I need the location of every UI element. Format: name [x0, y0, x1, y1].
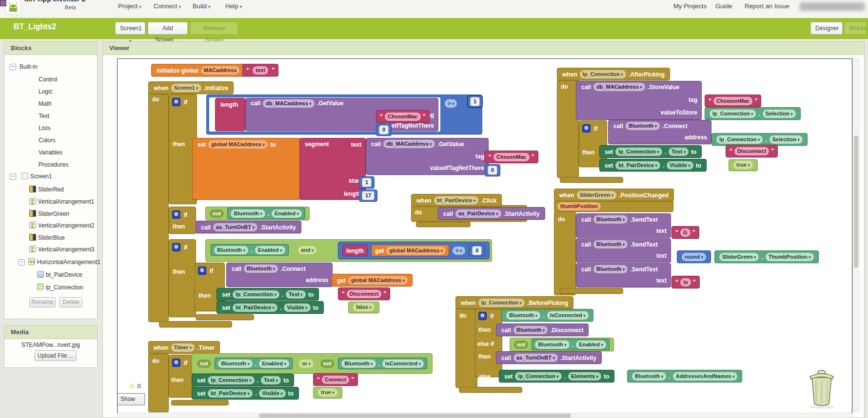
property-dropdown[interactable]: AddressesAndNames	[673, 372, 738, 380]
block-when-lp-afterpicking-header[interactable]: whenlp_Connection.AfterPicking	[557, 68, 670, 80]
block-segment-text[interactable]: segment text start length	[299, 138, 366, 200]
block-tail[interactable]	[171, 400, 229, 405]
property-dropdown[interactable]: Visible	[667, 161, 693, 170]
block-number-0[interactable]: 0	[376, 124, 392, 136]
screen-selector-button[interactable]: Screen1	[115, 22, 145, 35]
property-dropdown[interactable]: Enabled	[576, 341, 606, 349]
block-length[interactable]: length	[215, 98, 245, 131]
component-dropdown[interactable]: db_MACaddress	[383, 140, 435, 148]
block-call-sendtext-2[interactable]: callBluetooth.SendText text	[576, 238, 671, 263]
event-param-chip[interactable]: thumbPosition	[557, 202, 601, 210]
property-dropdown[interactable]: Enabled	[272, 209, 302, 218]
show-warnings-button[interactable]: Show	[117, 393, 145, 405]
property-dropdown[interactable]: Visible	[259, 389, 285, 398]
palette-item-text[interactable]: Text	[39, 111, 49, 121]
block-set-btpd-visible-3[interactable]: setbt_PairDevice.Visibleto	[192, 387, 299, 399]
block-call-bluetooth-connect-2[interactable]: callBluetooth.Connect address	[608, 120, 711, 144]
tree-item-builtin[interactable]: Built-in	[20, 62, 38, 72]
trash-can-icon[interactable]	[804, 365, 839, 412]
component-dropdown[interactable]: lp_Connection	[580, 70, 626, 78]
mutator-gear-icon[interactable]: ⚙	[172, 359, 180, 367]
block-when-screen1-initialize-body[interactable]	[148, 92, 169, 322]
component-dropdown[interactable]: Bluetooth	[632, 372, 666, 380]
component-dropdown[interactable]: lp_Connection	[233, 290, 279, 299]
tree-item-bt-pairdevice[interactable]: bt_PairDevice	[46, 270, 82, 280]
horizontalarrangement1-expander-icon[interactable]	[19, 259, 25, 266]
block-call-turnonbt-2[interactable]: callas_TurnOnBT.StartActivity	[496, 351, 602, 364]
component-dropdown[interactable]: db_MACaddress	[263, 99, 315, 108]
link-guide[interactable]: Guide	[715, 2, 732, 10]
component-dropdown[interactable]: Bluetooth	[341, 360, 375, 368]
component-dropdown[interactable]: bt_PairDevice	[434, 196, 479, 205]
block-set-lp-text-3[interactable]: setlp_Connection.Textto	[192, 374, 294, 386]
property-dropdown[interactable]: IsConnected	[382, 360, 424, 368]
block-when-slidergreen-body[interactable]	[554, 211, 576, 295]
block-call-db-getvalue-2[interactable]: calldb_MACaddress.GetValue tag valueIfTa…	[366, 138, 489, 175]
component-dropdown[interactable]: Bluetooth	[513, 326, 548, 334]
component-dropdown[interactable]: Bluetooth	[593, 215, 628, 224]
variable-name-chip[interactable]: MACaddress	[201, 66, 239, 75]
logic-operator-dropdown[interactable]: and	[298, 246, 317, 254]
block-bt-isconnected-1[interactable]: Bluetooth.IsConnected	[501, 309, 593, 322]
menu-help[interactable]: Help	[225, 2, 242, 10]
palette-item-procedures[interactable]: Procedures	[39, 160, 68, 170]
palette-item-colors[interactable]: Colors	[39, 135, 56, 145]
block-call-bt-disconnect[interactable]: callBluetooth.Disconnect	[496, 323, 589, 336]
component-dropdown[interactable]: lp_Connection	[208, 376, 254, 384]
component-dropdown[interactable]: Bluetooth	[506, 311, 540, 320]
block-not-2[interactable]: not Bluetooth.Enabled	[510, 338, 614, 351]
block-text-choosenmac[interactable]: ChoosenMac	[705, 95, 761, 107]
builtin-expander-icon[interactable]	[10, 64, 16, 70]
media-file-name[interactable]: STEAMPow...nvert.jpg	[4, 342, 97, 348]
block-tail[interactable]	[459, 387, 522, 393]
component-dropdown[interactable]: Bluetooth	[218, 360, 252, 368]
block-set-lp-text-2[interactable]: setlp_Connection.Textto	[599, 145, 702, 158]
block-false-2[interactable]: true	[729, 159, 758, 171]
block-not-1[interactable]: not Bluetooth.Enabled	[205, 207, 310, 220]
mutator-gear-icon[interactable]: ⚙	[478, 312, 487, 320]
block-when-screen1-initialize-header[interactable]: whenScreen1.Initialize	[148, 81, 234, 94]
block-slidergreen-thumbposition[interactable]: SliderGreen.ThumbPosition	[714, 250, 819, 263]
component-dropdown[interactable]: db_MACaddress	[593, 83, 645, 91]
block-positionchanged-param-row[interactable]: thumbPosition	[554, 200, 673, 212]
component-dropdown[interactable]: Bluetooth	[214, 246, 248, 254]
block-text-connect[interactable]: Connect	[313, 373, 358, 386]
block-tail[interactable]	[196, 314, 254, 320]
block-tail[interactable]	[560, 177, 623, 183]
block-text-newline[interactable]: \n	[671, 276, 700, 288]
tree-item-horizontalarrangement1[interactable]: HorizontalArrangement1	[37, 257, 100, 267]
vertical-scrollbar-thumb[interactable]	[854, 135, 858, 268]
link-report-an-issue[interactable]: Report an Issue	[745, 2, 789, 10]
block-round[interactable]: round	[677, 250, 711, 263]
block-text-g[interactable]: G	[671, 226, 699, 239]
tree-item-verticalarrangement1[interactable]: VerticalArrangement1	[38, 197, 94, 207]
property-dropdown[interactable]: Enabled	[255, 246, 285, 254]
mutator-gear-icon[interactable]: ⚙	[172, 243, 180, 251]
component-dropdown[interactable]: SliderGreen	[719, 253, 759, 261]
block-number-17[interactable]: 17	[359, 190, 377, 202]
palette-item-variables[interactable]: Variables	[39, 148, 62, 157]
rename-button[interactable]: Rename	[29, 297, 56, 307]
component-dropdown[interactable]: lp_Connection	[710, 110, 756, 118]
block-text-literal-empty[interactable]: text	[242, 64, 278, 76]
operator-dropdown[interactable]: >	[445, 99, 457, 108]
mutator-gear-icon[interactable]: ⚙	[172, 98, 180, 106]
component-dropdown[interactable]: Screen1	[171, 84, 201, 92]
block-call-sendtext-3[interactable]: callBluetooth.SendText text	[576, 263, 671, 287]
variable-dropdown[interactable]: global MACaddress	[208, 140, 268, 149]
tree-item-sliderblue[interactable]: SliderBlue	[38, 233, 65, 243]
component-dropdown[interactable]: Bluetooth	[626, 122, 660, 130]
property-dropdown[interactable]: Selection	[769, 135, 803, 144]
menu-build[interactable]: Build	[193, 2, 211, 10]
block-or[interactable]: not Bluetooth.Enabled or not Bluetooth.I…	[192, 353, 433, 374]
upload-file-button[interactable]: Upload File ...	[35, 350, 77, 361]
block-bt-addressesandnames[interactable]: Bluetooth.AddressesAndNames	[627, 370, 742, 382]
tree-item-lp-connection[interactable]: lp_Connection	[46, 283, 83, 292]
add-screen-button[interactable]: Add Screen ...	[148, 22, 188, 35]
component-dropdown[interactable]: lp_Connection	[716, 135, 763, 144]
block-init-global-macaddress[interactable]: initialize globalMACaddressto	[151, 64, 253, 76]
block-text-chosenmac-2[interactable]: ChosenMac	[485, 151, 538, 163]
block-false-1[interactable]: false	[348, 302, 379, 313]
property-dropdown[interactable]: Text	[286, 290, 306, 299]
mutator-gear-icon[interactable]: ⚙	[582, 124, 591, 133]
